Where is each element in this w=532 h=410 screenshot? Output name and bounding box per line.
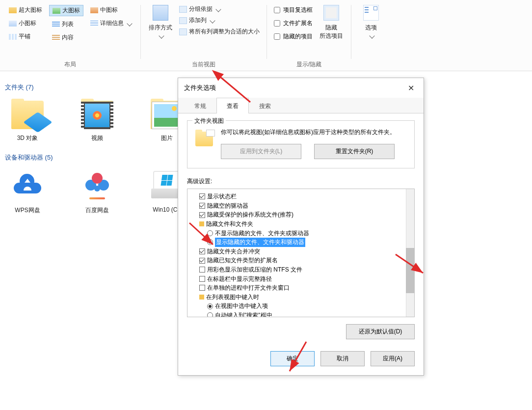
tab-search[interactable]: 搜索 [249,98,281,113]
checkbox-icon [199,203,205,209]
fit-columns-icon [179,28,187,35]
layout-tiles[interactable]: 平铺 [6,31,45,42]
opt-merge-conflict[interactable]: 隐藏文件夹合并冲突 [191,247,412,256]
radio-icon [207,239,213,245]
opt-select-in-view[interactable]: 在视图中选中键入项 [191,301,412,311]
layout-content[interactable]: 内容 [49,32,83,43]
dialog-titlebar: 文件夹选项 ✕ [178,78,424,98]
opt-hide-ext[interactable]: 隐藏已知文件类型的扩展名 [191,256,412,265]
folder-3d-icon [10,98,45,129]
dialog-close-button[interactable]: ✕ [404,82,418,94]
checkbox-icon [199,276,205,282]
medium-icon [90,7,98,13]
add-column-icon [179,17,187,24]
videos-icon [80,98,114,129]
extra-large-icon [9,7,17,13]
chevron-down-icon [215,6,221,12]
hide-icon [323,5,339,21]
group-list-midclick: 在列表视图中键入时 [191,293,412,302]
opt-hide-empty[interactable]: 隐藏空的驱动器 [191,201,412,211]
apply-to-folders-button[interactable]: 应用到文件夹(L) [221,144,301,159]
content-icon [52,35,60,41]
folder-node-icon [199,221,204,226]
layout-details[interactable]: 详细信息 [87,18,134,28]
opt-auto-search[interactable]: 自动键入到"搜索"框中 [191,311,412,317]
tab-general[interactable]: 常规 [184,98,216,113]
checkbox-icon [199,248,205,254]
large-icon [53,8,60,14]
advanced-settings-tree: 显示状态栏 隐藏空的驱动器 隐藏受保护的操作系统文件(推荐) 隐藏文件和文件夹 … [187,189,415,317]
fit-columns-button[interactable]: 将所有列调整为合适的大小 [179,27,260,36]
item-3d-objects[interactable]: 3D 对象 [7,98,48,142]
dialog-footer: 确定 取消 应用(A) [178,344,424,375]
checkbox-icon [199,193,205,199]
layout-medium[interactable]: 中图标 [87,5,134,15]
dialog-tabs: 常规 查看 搜索 [178,98,424,113]
opt-color-ntfs[interactable]: 用彩色显示加密或压缩的 NTFS 文件 [191,265,412,274]
layout-list[interactable]: 列表 [49,19,83,29]
opt-hide-protected[interactable]: 隐藏受保护的操作系统文件(推荐) [191,210,412,219]
layout-small[interactable]: 小图标 [6,18,45,28]
scrollbar[interactable] [406,189,414,317]
details-icon [90,21,98,27]
ok-button[interactable]: 确定 [270,351,315,366]
dialog-title-text: 文件夹选项 [184,83,216,92]
file-extensions-toggle[interactable]: 文件扩展名 [274,18,313,28]
ribbon-label-current-view: 当前视图 [192,60,215,71]
checkbox-icon [199,285,205,291]
small-icon [9,21,17,27]
reset-folders-button[interactable]: 重置文件夹(R) [314,144,395,159]
opt-show-status[interactable]: 显示状态栏 [191,192,412,201]
folder-view-group-title: 文件夹视图 [192,117,226,125]
options-button[interactable]: 选项 [355,2,387,41]
chevron-down-icon [210,18,215,23]
opt-show-hidden[interactable]: 显示隐藏的文件、文件夹和驱动器 [191,238,412,247]
item-videos[interactable]: 视频 [77,98,118,142]
ribbon-label-options [370,62,372,71]
opt-own-process[interactable]: 在单独的进程中打开文件夹窗口 [191,283,412,293]
ribbon-group-options: 选项 [351,2,391,71]
baidu-icon [80,168,114,201]
folder-view-group: 文件夹视图 你可以将此视图(如详细信息或图标)应用于这种类型的所有文件夹。 应用… [187,120,415,168]
list-icon [52,22,60,27]
ribbon-label-show-hide: 显示/隐藏 [296,60,321,71]
ribbon-group-layout: 超大图标 小图标 平铺 大图标 列表 内容 中图标 详细信息 - 布局 [0,2,140,71]
layout-extra-large[interactable]: 超大图标 [6,5,45,15]
folder-view-icon [194,129,214,146]
folder-options-dialog: 文件夹选项 ✕ 常规 查看 搜索 文件夹视图 你可以将此视图(如详细信息或图标)… [178,78,424,376]
opt-no-show-hidden[interactable]: 不显示隐藏的文件、文件夹或驱动器 [191,229,412,238]
folder-view-desc: 你可以将此视图(如详细信息或图标)应用于这种类型的所有文件夹。 [221,128,407,137]
item-checkboxes-toggle[interactable]: 项目复选框 [274,5,313,15]
checkbox-icon [199,267,205,273]
advanced-label: 高级设置: [187,177,415,186]
apply-button[interactable]: 应用(A) [371,351,415,366]
radio-icon [207,312,213,317]
opt-show-path[interactable]: 在标题栏中显示完整路径 [191,274,412,284]
chevron-down-icon [159,33,164,38]
group-hidden-files: 隐藏文件和文件夹 [191,219,412,229]
ribbon-label-layout: 布局 [64,60,76,71]
sort-icon [153,5,168,21]
ribbon: 超大图标 小图标 平铺 大图标 列表 内容 中图标 详细信息 - 布局 排序方式 [0,0,532,71]
add-column-button[interactable]: 添加列 [179,16,260,25]
item-wps[interactable]: WPS网盘 [7,168,48,215]
tiles-icon [9,34,17,40]
wps-icon [10,168,45,201]
item-baidu[interactable]: 百度网盘 [77,168,118,215]
chevron-down-icon [369,33,374,38]
sort-button[interactable]: 排序方式 [145,2,176,41]
checkbox-icon [199,212,205,218]
folder-node-icon [199,295,204,300]
hide-selected-button[interactable]: 隐藏 所选项目 [316,2,347,43]
restore-defaults-button[interactable]: 还原为默认值(D) [346,324,415,339]
cancel-button[interactable]: 取消 [320,351,365,366]
ribbon-group-show-hide: 项目复选框 文件扩展名 隐藏的项目 隐藏 所选项目 显示/隐藏 [267,2,351,71]
options-icon [363,5,379,21]
scrollbar-thumb[interactable] [406,248,414,293]
chevron-down-icon [127,21,132,26]
layout-large[interactable]: 大图标 [49,5,83,16]
tab-view[interactable]: 查看 [216,98,249,113]
hidden-items-toggle[interactable]: 隐藏的项目 [274,31,313,42]
group-by-button[interactable]: 分组依据 [179,5,260,13]
ribbon-group-current-view: 排序方式 分组依据 添加列 将所有列调整为合适的大小 当前视图 [141,2,266,71]
